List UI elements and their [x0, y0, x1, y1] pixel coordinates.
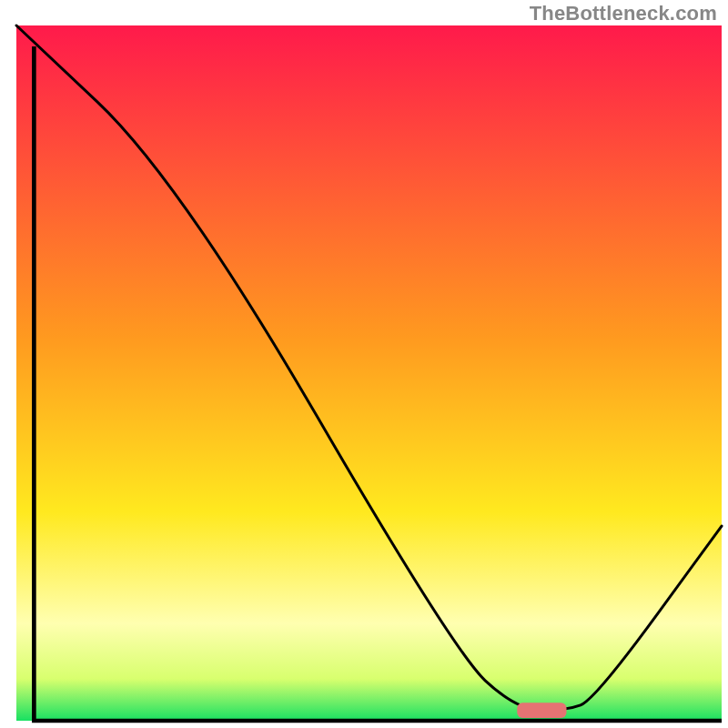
chart-container: TheBottleneck.com [0, 0, 728, 728]
bottleneck-chart [0, 0, 728, 728]
watermark-text: TheBottleneck.com [530, 2, 717, 25]
optimal-range-marker [517, 703, 566, 718]
gradient-background [16, 25, 722, 721]
